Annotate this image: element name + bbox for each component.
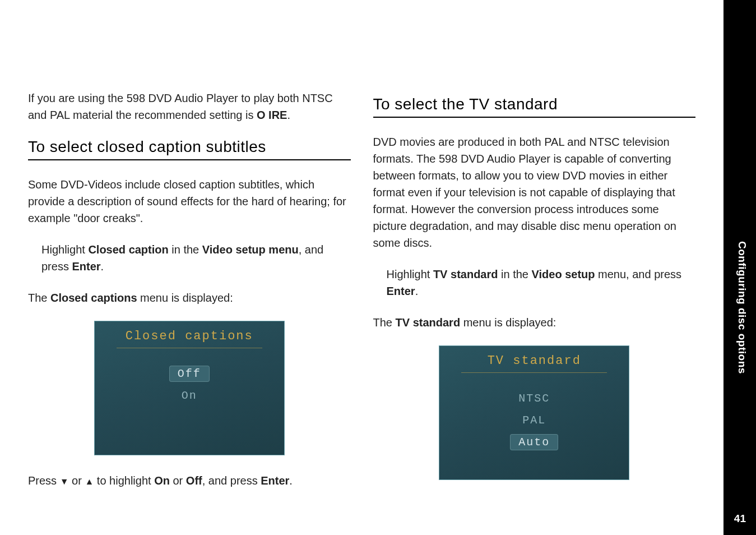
tv-standard-heading: To select the TV standard xyxy=(373,95,696,113)
arrow-up-icon: ▲ xyxy=(85,475,94,488)
page-content: If you are using the 598 DVD Audio Playe… xyxy=(0,0,723,535)
menu-title: TV standard xyxy=(461,354,607,373)
text: . xyxy=(289,474,293,487)
menu-option-pal: PAL xyxy=(514,413,554,428)
intro-end: . xyxy=(287,109,290,121)
arrow-down-icon: ▼ xyxy=(60,475,69,488)
step-text: . xyxy=(101,260,104,273)
step-bold: Closed caption xyxy=(88,243,168,256)
tv-standard-description: DVD movies are produced in both PAL and … xyxy=(373,133,696,251)
closed-caption-heading: To select closed caption subtitles xyxy=(28,138,351,156)
text-bold: On xyxy=(154,474,170,487)
text: menu is displayed: xyxy=(137,292,233,304)
text: or xyxy=(170,474,186,487)
text-bold: TV standard xyxy=(396,316,461,329)
step-text: . xyxy=(415,285,419,297)
closed-caption-description: Some DVD-Videos include closed caption s… xyxy=(28,176,351,227)
text: or xyxy=(69,474,85,487)
step-bold: TV standard xyxy=(433,268,498,280)
step-text: in the xyxy=(498,268,531,280)
left-column: If you are using the 598 DVD Audio Playe… xyxy=(28,90,351,504)
right-column: To select the TV standard DVD movies are… xyxy=(373,90,696,504)
press-instruction: Press ▼ or ▲ to highlight On or Off, and… xyxy=(28,472,351,489)
closed-caption-menu-label: The Closed captions menu is displayed: xyxy=(28,289,351,306)
menu-title: Closed captions xyxy=(117,329,262,348)
text-bold: Closed captions xyxy=(50,292,137,304)
heading-rule xyxy=(373,117,696,118)
text: to highlight xyxy=(94,474,154,487)
step-bold: Enter xyxy=(387,285,415,297)
step-bold: Enter xyxy=(72,260,100,273)
menu-option-ntsc: NTSC xyxy=(511,391,558,406)
two-column-layout: If you are using the 598 DVD Audio Playe… xyxy=(28,56,695,504)
tv-standard-step: Highlight TV standard in the Video setup… xyxy=(373,266,696,299)
text-bold: Enter xyxy=(261,474,289,487)
text: Press xyxy=(28,474,60,487)
side-tab: Configuring disc options 41 xyxy=(723,0,756,535)
text: , and press xyxy=(202,474,261,487)
text: The xyxy=(28,292,50,304)
menu-option-auto: Auto xyxy=(511,435,558,450)
step-text: menu, and press xyxy=(595,268,682,280)
text: The xyxy=(373,316,396,329)
step-text: Highlight xyxy=(387,268,433,280)
side-tab-label: Configuring disc options xyxy=(736,241,748,374)
tv-standard-menu-label: The TV standard menu is displayed: xyxy=(373,314,696,331)
step-bold: Video setup xyxy=(532,268,595,280)
closed-captions-menu-screenshot: Closed captions Off On xyxy=(94,321,285,455)
menu-option-on: On xyxy=(174,388,205,403)
intro-paragraph: If you are using the 598 DVD Audio Playe… xyxy=(28,90,351,123)
page-number: 41 xyxy=(734,513,746,525)
step-text: in the xyxy=(169,243,202,256)
closed-caption-step: Highlight Closed caption in the Video se… xyxy=(28,241,351,275)
heading-rule xyxy=(28,159,351,160)
text: menu is displayed: xyxy=(460,316,556,329)
menu-option-off: Off xyxy=(170,366,209,381)
step-bold: Video setup menu xyxy=(202,243,299,256)
tv-standard-menu-screenshot: TV standard NTSC PAL Auto xyxy=(439,345,629,480)
intro-bold: O IRE xyxy=(257,109,287,121)
text-bold: Off xyxy=(186,474,202,487)
step-text: Highlight xyxy=(41,243,88,256)
